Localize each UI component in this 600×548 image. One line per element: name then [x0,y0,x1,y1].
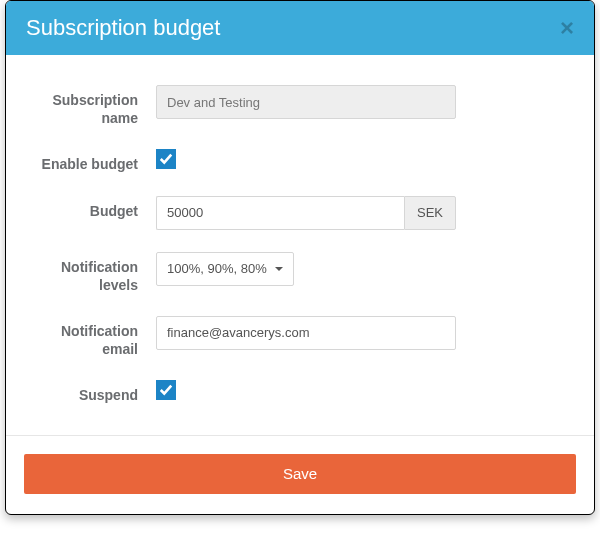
check-icon [159,383,173,397]
suspend-checkbox[interactable] [156,380,176,400]
currency-addon: SEK [404,196,456,230]
subscription-budget-modal: Subscription budget × Subscription name … [5,0,595,515]
close-icon[interactable]: × [560,16,574,40]
notification-levels-value: 100%, 90%, 80% [167,261,267,276]
modal-title: Subscription budget [26,15,220,41]
row-budget: Budget SEK [36,196,564,230]
budget-input-group: SEK [156,196,456,230]
subscription-name-input [156,85,456,119]
modal-body: Subscription name Enable budget Budget S… [6,55,594,436]
budget-input[interactable] [156,196,404,230]
enable-budget-checkbox[interactable] [156,149,176,169]
subscription-name-label: Subscription name [36,85,156,127]
notification-levels-dropdown[interactable]: 100%, 90%, 80% [156,252,294,286]
row-subscription-name: Subscription name [36,85,564,127]
chevron-down-icon [275,267,283,271]
row-suspend: Suspend [36,380,564,404]
modal-footer: Save [6,436,594,514]
row-notification-email: Notification email [36,316,564,358]
notification-email-input[interactable] [156,316,456,350]
row-notification-levels: Notification levels 100%, 90%, 80% [36,252,564,294]
notification-email-label: Notification email [36,316,156,358]
save-button[interactable]: Save [24,454,576,494]
suspend-label: Suspend [36,380,156,404]
modal-header: Subscription budget × [6,1,594,55]
enable-budget-label: Enable budget [36,149,156,173]
notification-levels-label: Notification levels [36,252,156,294]
budget-label: Budget [36,196,156,220]
check-icon [159,152,173,166]
row-enable-budget: Enable budget [36,149,564,173]
